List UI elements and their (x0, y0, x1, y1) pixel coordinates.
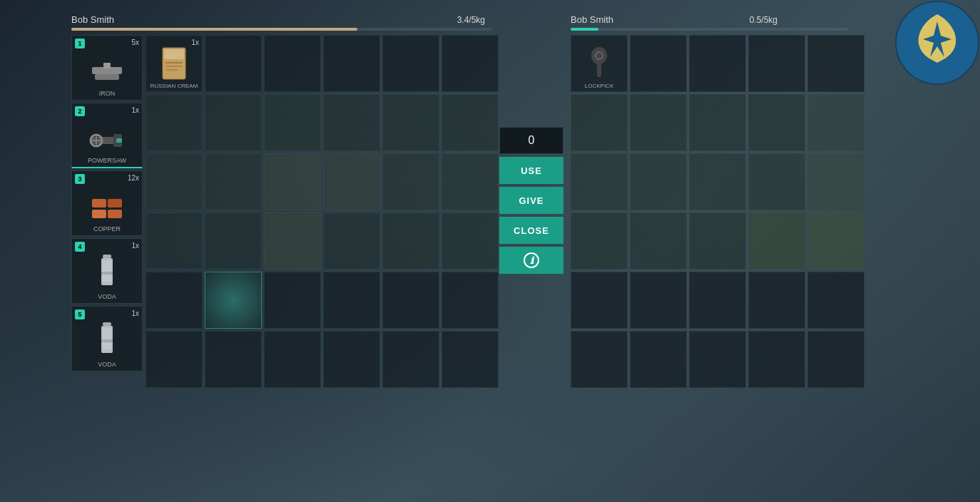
slot-number-2: 2 (75, 106, 85, 116)
right-r3c4[interactable] (748, 153, 805, 210)
grid-cell-r2c3[interactable] (264, 94, 321, 151)
left-weight-label: 3.4/5kg (457, 15, 485, 25)
right-r3c2[interactable] (630, 153, 687, 210)
right-r1c2[interactable] (630, 35, 687, 92)
left-grid: 1x RUSSIAN CREAM (146, 35, 499, 388)
grid-cell-r4c6[interactable] (441, 212, 499, 270)
right-r2c1[interactable] (571, 94, 628, 151)
grid-cell-r1c2[interactable] (205, 35, 262, 92)
slot-count-2: 1x (131, 106, 139, 114)
lockpick-label: LOCKPICK (571, 83, 627, 89)
give-button[interactable]: GIVE (499, 187, 563, 214)
right-r1c3[interactable] (689, 35, 746, 92)
grid-cell-r5c1[interactable] (146, 272, 203, 329)
right-grid-cell-r1c1[interactable]: LOCKPICK (571, 35, 628, 92)
grid-cell-r6c3[interactable] (264, 331, 321, 388)
slot-item-5[interactable]: 5 1x VODA VODA (71, 306, 143, 372)
grid-cell-r1c5[interactable] (382, 35, 439, 92)
grid-cell-r6c4[interactable] (323, 331, 380, 388)
use-button[interactable]: USE (499, 157, 563, 184)
slot-item-1[interactable]: 1 5x IRON (71, 35, 143, 101)
grid-cell-r4c1[interactable] (146, 212, 203, 270)
grid-cell-r3c4[interactable] (323, 153, 380, 210)
right-r2c4[interactable] (748, 94, 805, 151)
iron-icon (89, 57, 125, 88)
info-button[interactable]: ℹ (499, 247, 563, 274)
grid-cell-r1c1[interactable]: 1x RUSSIAN CREAM (146, 35, 203, 92)
grid-cell-label: RUSSIAN CREAM (146, 83, 202, 89)
grid-cell-r3c6[interactable] (441, 153, 499, 210)
slot-item-2[interactable]: 2 1x POWERSAW (71, 103, 143, 168)
right-r4c2[interactable] (630, 212, 687, 270)
grid-cell-r2c6[interactable] (441, 94, 499, 151)
slot-label-1: IRON (99, 90, 116, 97)
grid-cell-r6c2[interactable] (205, 331, 262, 388)
close-button[interactable]: CLOSE (499, 217, 563, 244)
right-r6c2[interactable] (630, 331, 687, 388)
copper-icon (91, 195, 123, 224)
grid-cell-r2c2[interactable] (205, 94, 262, 151)
right-r4c1[interactable] (571, 212, 628, 270)
slot-count-1: 5x (131, 39, 139, 46)
right-r4c3[interactable] (689, 212, 746, 270)
right-r6c3[interactable] (689, 331, 746, 388)
right-r4c4[interactable] (748, 212, 805, 270)
right-r5c2[interactable] (630, 272, 687, 329)
grid-cell-r4c5[interactable] (382, 212, 439, 270)
right-r3c5[interactable] (807, 153, 864, 210)
grid-cell-r6c1[interactable] (146, 331, 203, 388)
grid-cell-r4c2[interactable] (205, 212, 262, 270)
grid-cell-r3c3[interactable] (264, 153, 321, 210)
svg-rect-17 (103, 322, 111, 326)
slot-count-3: 12x (128, 174, 139, 182)
voda-icon-5: VODA (100, 322, 114, 358)
grid-cell-r2c4[interactable] (323, 94, 380, 151)
svg-text:VODA: VODA (101, 271, 113, 275)
right-r5c4[interactable] (748, 272, 805, 329)
grid-cell-r4c3[interactable] (264, 212, 321, 270)
grid-cell-r5c4[interactable] (323, 272, 380, 329)
grid-cell-r3c5[interactable] (382, 153, 439, 210)
grid-cell-count: 1x (191, 39, 199, 46)
slot-item-3[interactable]: 3 12x COPPER (71, 170, 143, 236)
grid-cell-r1c4[interactable] (323, 35, 380, 92)
slot-count-4: 1x (131, 242, 139, 250)
grid-cell-r5c2-selected[interactable] (205, 272, 262, 329)
grid-cell-r3c2[interactable] (205, 153, 262, 210)
slot-label-4: VODA (98, 293, 116, 300)
svg-rect-8 (116, 138, 122, 143)
grid-cell-r5c3[interactable] (264, 272, 321, 329)
right-r5c5[interactable] (807, 272, 864, 329)
grid-cell-r4c4[interactable] (323, 212, 380, 270)
svg-rect-2 (103, 63, 111, 68)
right-r6c1[interactable] (571, 331, 628, 388)
right-r2c2[interactable] (630, 94, 687, 151)
right-r2c5[interactable] (807, 94, 864, 151)
right-r3c1[interactable] (571, 153, 628, 210)
slot-number-5: 5 (75, 309, 85, 319)
grid-cell-r5c5[interactable] (382, 272, 439, 329)
right-r2c3[interactable] (689, 94, 746, 151)
info-icon: ℹ (524, 252, 539, 268)
right-r5c1[interactable] (571, 272, 628, 329)
right-r4c5[interactable] (807, 212, 864, 270)
grid-cell-r3c1[interactable] (146, 153, 203, 210)
grid-cell-r1c3[interactable] (264, 35, 321, 92)
right-r6c4[interactable] (748, 331, 805, 388)
grid-cell-r6c6[interactable] (441, 331, 499, 388)
grid-cell-r2c5[interactable] (382, 94, 439, 151)
slot-label-5: VODA (98, 361, 116, 368)
right-r5c3[interactable] (689, 272, 746, 329)
grid-cell-r2c1[interactable] (146, 94, 203, 151)
right-weight-bar-fill (571, 28, 598, 31)
right-r3c3[interactable] (689, 153, 746, 210)
svg-rect-23 (165, 62, 183, 63)
voda-icon-4: VODA (100, 255, 114, 290)
slot-item-4[interactable]: 4 1x VODA VODA (71, 238, 143, 304)
right-r1c4[interactable] (748, 35, 805, 92)
right-r1c5[interactable] (807, 35, 864, 92)
grid-cell-r1c6[interactable] (441, 35, 499, 92)
right-r6c5[interactable] (807, 331, 864, 388)
grid-cell-r5c6[interactable] (441, 272, 499, 329)
grid-cell-r6c5[interactable] (382, 331, 439, 388)
